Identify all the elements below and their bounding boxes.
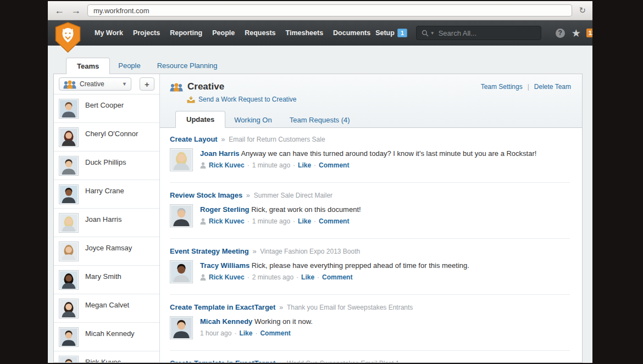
feed-item-title-link[interactable]: Create Template in ExactTarget (170, 359, 275, 362)
browser-chrome: ← → my.workfront.com ↻ (48, 1, 592, 20)
meta-separator: · (293, 217, 295, 226)
tab-resource-planning[interactable]: Resource Planning (149, 58, 226, 74)
nav-item-projects[interactable]: Projects (128, 26, 165, 40)
meta-tagged-user-link[interactable]: Rick Kuvec (209, 273, 245, 282)
app-navbar: My Work Projects Reporting People Reques… (48, 20, 592, 46)
comment-meta: 1 hour ago·Like·Comment (200, 329, 313, 338)
nav-item-people[interactable]: People (207, 26, 240, 40)
feed-item: Create Template in ExactTarget » World C… (170, 350, 570, 362)
team-selector-dropdown[interactable]: Creative ▼ (59, 77, 131, 91)
meta-separator: · (247, 217, 250, 226)
comment-author-link[interactable]: Micah Kennedy (200, 317, 252, 326)
add-team-button[interactable]: + (140, 77, 154, 91)
meta-tagged-user-link[interactable]: Rick Kuvec (209, 217, 245, 226)
updates-feed: Create Layout » Email for Return Custome… (160, 128, 582, 362)
search-icon (422, 30, 429, 37)
comment-author-link[interactable]: Roger Sterling (200, 205, 250, 214)
team-settings-link[interactable]: Team Settings (481, 83, 523, 91)
comment-button[interactable]: Comment (319, 217, 349, 226)
feed-item: Create Layout » Email for Return Custome… (170, 135, 570, 182)
team-group-icon (63, 80, 76, 89)
member-list-item[interactable]: Bert Cooper (54, 94, 159, 123)
forward-icon[interactable]: → (71, 5, 81, 15)
commenter-avatar (170, 316, 193, 339)
like-button[interactable]: Like (301, 273, 314, 282)
feed-item-title-link[interactable]: Create Template in ExactTarget (170, 303, 275, 311)
member-list-item[interactable]: Cheryl O'Connor (54, 123, 159, 152)
tab-teams[interactable]: Teams (66, 58, 110, 74)
search-scope-caret-icon[interactable]: ▼ (430, 31, 435, 36)
nav-item-my-work[interactable]: My Work (90, 26, 128, 40)
member-list-item[interactable]: Megan Calvet (54, 294, 159, 323)
feed-item-subtitle: World Cup Sweepstakes Email Blast 1 (287, 360, 400, 362)
feed-tab-working-on[interactable]: Working On (225, 112, 280, 128)
meta-separator: · (317, 273, 319, 282)
person-icon (200, 218, 206, 225)
comment-text: Anyway we can have this turned around to… (241, 149, 536, 158)
meta-tagged-user-link[interactable]: Rick Kuvec (209, 161, 245, 170)
feed-tab-team-requests-4-[interactable]: Team Requests (4) (281, 112, 359, 128)
feed-item-subtitle: Email for Return Customers Sale (229, 136, 325, 143)
help-icon[interactable]: ? (556, 29, 565, 38)
comment-timestamp: 2 minutes ago (252, 273, 293, 282)
nav-item-documents[interactable]: Documents (328, 26, 375, 40)
like-button[interactable]: Like (298, 161, 311, 170)
team-header: Creative Team Settings | Delete Team (160, 74, 582, 128)
like-button[interactable]: Like (298, 217, 311, 226)
feed-tabs: Updates Working On Team Requests (4) (175, 111, 571, 127)
team-selector-value: Creative (80, 80, 104, 88)
member-name: Micah Kennedy (85, 329, 135, 346)
comment-button[interactable]: Comment (319, 161, 349, 170)
workfront-logo[interactable] (55, 22, 81, 53)
browser-window: ← → my.workfront.com ↻ My Work Projects … (48, 1, 592, 363)
back-icon[interactable]: ← (54, 5, 64, 15)
feed-item: Event Strategy Meeting » Vintage Fashion… (170, 238, 570, 294)
favorites-star-icon[interactable]: ★ (572, 28, 581, 38)
member-list: Bert Cooper Cheryl O'Connor Duck Phillip… (54, 94, 159, 363)
member-list-item[interactable]: Mary Smith (54, 266, 159, 294)
member-list-item[interactable]: Joyce Ramsay (54, 237, 159, 266)
feed-tab-updates[interactable]: Updates (175, 111, 225, 128)
like-button[interactable]: Like (239, 329, 252, 338)
member-list-item[interactable]: Harry Crane (54, 180, 159, 209)
feed-item-title-link[interactable]: Create Layout (170, 135, 218, 143)
feed-item-subtitle: Thank you Email for Sweepstakes Entrants (287, 304, 413, 311)
member-name: Joan Harris (85, 215, 121, 232)
member-avatar (59, 213, 79, 233)
url-text: my.workfront.com (93, 7, 149, 15)
feed-item-title-link[interactable]: Review Stock Images (170, 191, 242, 199)
comment-meta: Rick Kuvec·1 minute ago·Like·Comment (200, 161, 536, 170)
refresh-icon[interactable]: ↻ (579, 5, 586, 15)
notification-badge[interactable]: 12 (586, 29, 592, 37)
feed-item-title-link[interactable]: Event Strategy Meeting (170, 247, 249, 255)
nav-item-requests[interactable]: Requests (240, 26, 280, 40)
meta-separator: · (293, 161, 295, 170)
member-list-item[interactable]: Micah Kennedy (54, 323, 159, 351)
comment-author-link[interactable]: Joan Harris (200, 149, 240, 158)
member-list-item[interactable]: Rick Kuvec (54, 351, 159, 363)
nav-item-setup[interactable]: Setup 1 (375, 29, 407, 37)
comment-button[interactable]: Comment (260, 329, 290, 338)
feed-item-subtitle: Vintage Fashion Expo 2013 Booth (260, 248, 360, 255)
url-bar[interactable]: my.workfront.com (87, 4, 572, 16)
delete-team-link[interactable]: Delete Team (534, 83, 571, 91)
member-list-item[interactable]: Duck Phillips (54, 152, 159, 180)
nav-item-timesheets[interactable]: Timesheets (281, 26, 329, 40)
team-panel: Creative ▼ + Bert Cooper Cheryl O'Connor… (53, 74, 583, 363)
title-separator: » (279, 303, 283, 311)
action-separator: | (528, 83, 529, 91)
meta-separator: · (255, 329, 257, 338)
comment-timestamp: 1 hour ago (200, 329, 231, 338)
tab-people[interactable]: People (110, 58, 148, 74)
search-input[interactable]: ▼ Search All... (416, 26, 541, 40)
page-tabs: Teams People Resource Planning (66, 58, 592, 74)
team-group-icon (170, 82, 183, 92)
main-nav: My Work Projects Reporting People Reques… (90, 26, 375, 40)
member-avatar (59, 242, 79, 261)
comment-button[interactable]: Comment (322, 273, 352, 282)
send-work-request-link[interactable]: Send a Work Request to Creative (187, 96, 571, 103)
person-icon (200, 274, 206, 281)
comment-author-link[interactable]: Tracy Williams (200, 261, 250, 270)
nav-item-reporting[interactable]: Reporting (165, 26, 207, 40)
member-list-item[interactable]: Joan Harris (54, 209, 159, 237)
